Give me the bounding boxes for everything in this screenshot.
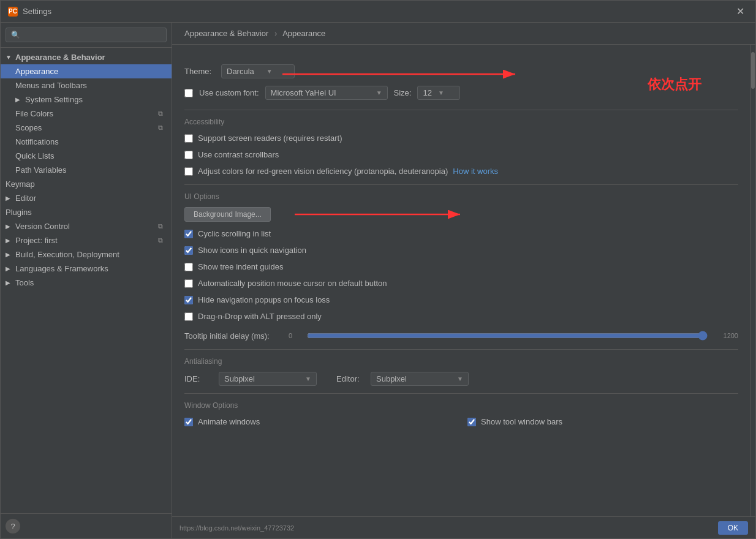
- editor-aa-label: Editor:: [336, 374, 361, 383]
- hide-nav-checkbox[interactable]: [184, 296, 193, 304]
- theme-label: Theme:: [184, 67, 215, 76]
- adjust-colors-checkbox[interactable]: [184, 167, 193, 176]
- adjust-colors-label: Adjust colors for red-green vision defic…: [198, 167, 448, 176]
- screen-readers-label: Support screen readers (requires restart…: [198, 134, 342, 143]
- sidebar-tree: ▼ Appearance & Behavior Appearance Menus…: [1, 48, 172, 513]
- animate-windows-checkbox[interactable]: [184, 418, 193, 426]
- main-content: ▼ Appearance & Behavior Appearance Menus…: [1, 23, 755, 538]
- font-dropdown[interactable]: Microsoft YaHei UI ▼: [265, 86, 388, 100]
- close-button[interactable]: ✕: [733, 4, 748, 18]
- sidebar-item-menus-toolbars[interactable]: Menus and Toolbars: [1, 78, 172, 92]
- breadcrumb-current: Appearance: [282, 29, 325, 38]
- ok-button[interactable]: OK: [718, 521, 748, 535]
- sidebar-item-scopes[interactable]: Scopes ⧉: [1, 121, 172, 135]
- sidebar-label-build: Build, Execution, Deployment: [15, 250, 119, 259]
- sidebar-bottom: ?: [1, 513, 172, 538]
- sidebar-item-plugins[interactable]: Plugins: [1, 205, 172, 219]
- build-arrow: ▶: [6, 251, 12, 258]
- auto-mouse-checkbox[interactable]: [184, 279, 193, 288]
- sidebar-item-path-variables[interactable]: Path Variables: [1, 163, 172, 177]
- scrollbar-thumb[interactable]: [751, 52, 755, 89]
- cyclic-scrolling-checkbox[interactable]: [184, 230, 193, 238]
- ide-aa-dropdown[interactable]: Subpixel ▼: [219, 372, 317, 386]
- divider-ui-options: [184, 184, 738, 185]
- editor-aa-arrow: ▼: [457, 375, 463, 382]
- scrollbar[interactable]: [750, 45, 755, 516]
- antialiasing-label: Antialiasing: [184, 357, 738, 366]
- vc-arrow: ▶: [6, 223, 12, 230]
- sidebar-item-appearance-behavior[interactable]: ▼ Appearance & Behavior: [1, 50, 172, 64]
- help-button[interactable]: ?: [6, 519, 20, 533]
- breadcrumb-sep: ›: [274, 29, 277, 38]
- sidebar-item-project[interactable]: ▶ Project: first ⧉: [1, 233, 172, 247]
- sidebar-label-quick-lists: Quick Lists: [15, 151, 55, 160]
- search-input[interactable]: [6, 28, 167, 42]
- font-label: Use custom font:: [199, 88, 259, 97]
- sidebar-item-keymap[interactable]: Keymap: [1, 177, 172, 191]
- accessibility-label: Accessibility: [184, 118, 738, 126]
- sidebar-label-keymap: Keymap: [6, 179, 35, 189]
- app-icon: PC: [8, 7, 18, 17]
- drag-drop-checkbox[interactable]: [184, 312, 193, 321]
- sidebar-label-menus-toolbars: Menus and Toolbars: [15, 81, 87, 90]
- sidebar-item-build[interactable]: ▶ Build, Execution, Deployment: [1, 247, 172, 262]
- slider-track: [307, 330, 708, 342]
- copy-icon: ⧉: [158, 110, 167, 118]
- size-dropdown[interactable]: 12 ▼: [417, 86, 460, 100]
- how-it-works-link[interactable]: How it works: [453, 167, 498, 176]
- sidebar-item-system-settings[interactable]: ▶ System Settings: [1, 92, 172, 107]
- cyclic-scrolling-label: Cyclic scrolling in list: [198, 229, 271, 238]
- sidebar-item-tools[interactable]: ▶ Tools: [1, 276, 172, 290]
- antialiasing-row: IDE: Subpixel ▼ Editor: Subpixel ▼: [184, 372, 738, 386]
- sidebar-label-appearance-behavior: Appearance & Behavior: [15, 53, 105, 62]
- editor-aa-dropdown[interactable]: Subpixel ▼: [371, 372, 469, 386]
- system-settings-arrow: ▶: [15, 96, 21, 103]
- tooltip-slider[interactable]: [307, 331, 708, 341]
- screen-readers-checkbox[interactable]: [184, 134, 193, 143]
- sidebar-item-file-colors[interactable]: File Colors ⧉: [1, 107, 172, 121]
- sidebar-label-languages: Languages & Frameworks: [15, 264, 108, 273]
- size-value: 12: [423, 88, 431, 97]
- option-cyclic-scrolling: Cyclic scrolling in list: [184, 228, 738, 239]
- theme-dropdown[interactable]: Darcula ▼: [221, 64, 295, 78]
- sidebar-item-appearance[interactable]: Appearance: [1, 64, 172, 78]
- ide-label: IDE:: [184, 374, 209, 383]
- contrast-scrollbars-checkbox[interactable]: [184, 151, 193, 159]
- slider-container: Tooltip initial delay (ms): 0 1200: [184, 330, 738, 342]
- show-icons-checkbox[interactable]: [184, 246, 193, 255]
- background-image-button[interactable]: Background Image...: [184, 207, 271, 222]
- sidebar-item-editor[interactable]: ▶ Editor: [1, 191, 172, 205]
- sidebar: ▼ Appearance & Behavior Appearance Menus…: [1, 23, 172, 538]
- editor-aa-value: Subpixel: [376, 374, 407, 383]
- ide-aa-arrow: ▼: [305, 375, 311, 382]
- drag-drop-label: Drag-n-Drop with ALT pressed only: [198, 312, 322, 321]
- sidebar-item-languages[interactable]: ▶ Languages & Frameworks: [1, 262, 172, 276]
- divider-antialiasing: [184, 349, 738, 350]
- sidebar-label-tools: Tools: [15, 278, 34, 287]
- breadcrumb: Appearance & Behavior › Appearance: [172, 23, 755, 45]
- sidebar-label-file-colors: File Colors: [15, 109, 53, 118]
- sidebar-item-version-control[interactable]: ▶ Version Control ⧉: [1, 219, 172, 233]
- show-icons-label: Show icons in quick navigation: [198, 246, 306, 255]
- divider-window-options: [184, 393, 738, 394]
- window-options-label: Window Options: [184, 401, 738, 410]
- hide-nav-label: Hide navigation popups on focus loss: [198, 295, 330, 304]
- sidebar-item-quick-lists[interactable]: Quick Lists: [1, 149, 172, 163]
- show-tool-bars-checkbox[interactable]: [467, 418, 476, 426]
- theme-row: Theme: Darcula ▼: [184, 64, 738, 78]
- project-arrow: ▶: [6, 237, 12, 244]
- option-adjust-colors: Adjust colors for red-green vision defic…: [184, 165, 738, 177]
- theme-value: Darcula: [227, 67, 254, 76]
- tools-arrow: ▶: [6, 279, 12, 286]
- divider-accessibility: [184, 110, 738, 110]
- sidebar-item-notifications[interactable]: Notifications: [1, 135, 172, 149]
- option-auto-mouse: Automatically position mouse cursor on d…: [184, 277, 738, 289]
- tooltip-label: Tooltip initial delay (ms):: [184, 331, 282, 341]
- show-tree-label: Show tree indent guides: [198, 262, 283, 271]
- auto-mouse-label: Automatically position mouse cursor on d…: [198, 279, 387, 288]
- option-show-tool-bars: Show tool window bars: [467, 416, 738, 428]
- show-tree-checkbox[interactable]: [184, 263, 193, 271]
- option-contrast-scrollbars: Use contrast scrollbars: [184, 149, 738, 160]
- sidebar-label-notifications: Notifications: [15, 137, 59, 146]
- custom-font-checkbox[interactable]: [184, 89, 193, 97]
